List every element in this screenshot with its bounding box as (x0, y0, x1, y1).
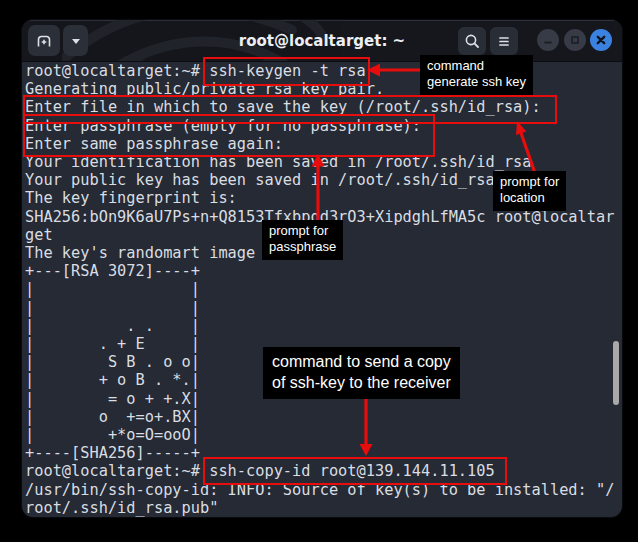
close-button[interactable] (590, 29, 612, 51)
search-button[interactable] (458, 27, 486, 55)
search-icon (463, 32, 481, 50)
maximize-button[interactable] (564, 29, 586, 51)
minimize-button[interactable] (537, 29, 559, 51)
label-command-generate-ssh-key: command generate ssh key (420, 55, 533, 95)
highlight-box-ssh-copy-id-command (203, 457, 507, 485)
new-tab-button[interactable] (28, 25, 60, 56)
screen: root@localtarget: ~ (0, 0, 638, 542)
scrollbar-thumb[interactable] (613, 341, 619, 405)
highlight-box-ssh-keygen-command (203, 57, 370, 86)
close-icon (594, 33, 608, 47)
new-tab-icon (34, 31, 54, 51)
label-command-send-ssh-key: command to send a copy of ssh-key to the… (263, 347, 460, 399)
chevron-down-icon (69, 34, 83, 48)
highlight-box-passphrase-prompts (23, 114, 435, 157)
minimize-icon (541, 33, 555, 47)
label-prompt-for-passphrase: prompt for passphrase (262, 220, 343, 260)
hamburger-menu-icon (495, 32, 513, 50)
maximize-icon (568, 33, 582, 47)
menu-button[interactable] (490, 27, 518, 55)
tab-dropdown-button[interactable] (63, 25, 88, 56)
label-prompt-for-location: prompt for location (493, 171, 566, 211)
